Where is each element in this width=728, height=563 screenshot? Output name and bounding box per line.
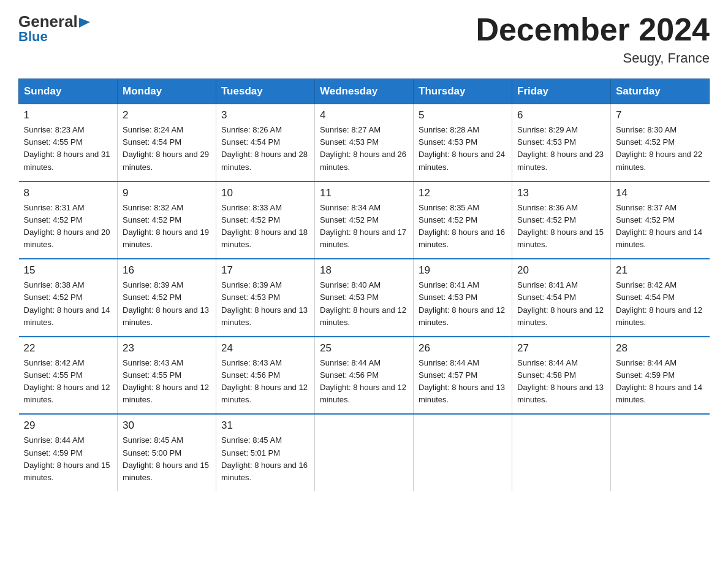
calendar-cell: 4 Sunrise: 8:27 AMSunset: 4:53 PMDayligh… [315, 104, 414, 182]
calendar-cell: 15 Sunrise: 8:38 AMSunset: 4:52 PMDaylig… [19, 259, 118, 337]
calendar-cell: 31 Sunrise: 8:45 AMSunset: 5:01 PMDaylig… [216, 414, 315, 491]
location: Seugy, France [476, 50, 710, 66]
day-info: Sunrise: 8:42 AMSunset: 4:55 PMDaylight:… [24, 358, 110, 404]
calendar-cell [512, 414, 611, 491]
day-info: Sunrise: 8:29 AMSunset: 4:53 PMDaylight:… [517, 125, 604, 171]
column-header-monday: Monday [118, 79, 216, 104]
calendar-table: SundayMondayTuesdayWednesdayThursdayFrid… [18, 79, 710, 491]
day-info: Sunrise: 8:45 AMSunset: 5:01 PMDaylight:… [221, 435, 308, 481]
day-info: Sunrise: 8:41 AMSunset: 4:53 PMDaylight:… [419, 280, 505, 326]
day-number: 2 [123, 109, 211, 121]
day-number: 26 [419, 342, 507, 354]
calendar-cell: 28 Sunrise: 8:44 AMSunset: 4:59 PMDaylig… [611, 337, 710, 415]
day-info: Sunrise: 8:45 AMSunset: 5:00 PMDaylight:… [123, 435, 209, 481]
day-number: 7 [616, 109, 705, 121]
day-number: 25 [320, 342, 408, 354]
calendar-cell: 11 Sunrise: 8:34 AMSunset: 4:52 PMDaylig… [315, 182, 414, 259]
logo-blue-part [78, 15, 91, 29]
calendar-cell: 13 Sunrise: 8:36 AMSunset: 4:52 PMDaylig… [512, 182, 611, 259]
day-info: Sunrise: 8:37 AMSunset: 4:52 PMDaylight:… [616, 203, 702, 249]
day-info: Sunrise: 8:43 AMSunset: 4:55 PMDaylight:… [123, 358, 209, 404]
day-number: 4 [320, 109, 408, 121]
day-number: 11 [320, 187, 408, 199]
day-number: 30 [123, 419, 211, 432]
column-header-tuesday: Tuesday [216, 79, 315, 104]
calendar-cell: 12 Sunrise: 8:35 AMSunset: 4:52 PMDaylig… [414, 182, 512, 259]
day-number: 5 [419, 109, 507, 121]
day-number: 21 [616, 264, 705, 277]
day-number: 8 [24, 187, 113, 199]
day-info: Sunrise: 8:41 AMSunset: 4:54 PMDaylight:… [517, 280, 604, 326]
day-info: Sunrise: 8:36 AMSunset: 4:52 PMDaylight:… [517, 203, 604, 249]
calendar-cell: 16 Sunrise: 8:39 AMSunset: 4:52 PMDaylig… [118, 259, 216, 337]
calendar-cell: 30 Sunrise: 8:45 AMSunset: 5:00 PMDaylig… [118, 414, 216, 491]
calendar-cell: 9 Sunrise: 8:32 AMSunset: 4:52 PMDayligh… [118, 182, 216, 259]
calendar-week-row: 15 Sunrise: 8:38 AMSunset: 4:52 PMDaylig… [19, 259, 710, 337]
calendar-cell: 5 Sunrise: 8:28 AMSunset: 4:53 PMDayligh… [414, 104, 512, 182]
day-info: Sunrise: 8:38 AMSunset: 4:52 PMDaylight:… [24, 280, 110, 326]
calendar-cell: 2 Sunrise: 8:24 AMSunset: 4:54 PMDayligh… [118, 104, 216, 182]
day-info: Sunrise: 8:32 AMSunset: 4:52 PMDaylight:… [123, 203, 209, 249]
calendar-cell [611, 414, 710, 491]
column-header-thursday: Thursday [414, 79, 512, 104]
day-number: 24 [221, 342, 309, 354]
calendar-week-row: 29 Sunrise: 8:44 AMSunset: 4:59 PMDaylig… [19, 414, 710, 491]
day-number: 1 [24, 109, 113, 121]
day-info: Sunrise: 8:44 AMSunset: 4:59 PMDaylight:… [24, 435, 110, 481]
calendar-cell: 22 Sunrise: 8:42 AMSunset: 4:55 PMDaylig… [19, 337, 118, 415]
day-number: 16 [123, 264, 211, 277]
day-info: Sunrise: 8:44 AMSunset: 4:56 PMDaylight:… [320, 358, 406, 404]
calendar-cell [315, 414, 414, 491]
calendar-cell: 25 Sunrise: 8:44 AMSunset: 4:56 PMDaylig… [315, 337, 414, 415]
calendar-cell: 27 Sunrise: 8:44 AMSunset: 4:58 PMDaylig… [512, 337, 611, 415]
calendar-cell: 24 Sunrise: 8:43 AMSunset: 4:56 PMDaylig… [216, 337, 315, 415]
day-number: 12 [419, 187, 507, 199]
day-number: 20 [517, 264, 605, 277]
day-info: Sunrise: 8:34 AMSunset: 4:52 PMDaylight:… [320, 203, 406, 249]
day-info: Sunrise: 8:28 AMSunset: 4:53 PMDaylight:… [419, 125, 505, 171]
day-number: 18 [320, 264, 408, 277]
calendar-cell: 20 Sunrise: 8:41 AMSunset: 4:54 PMDaylig… [512, 259, 611, 337]
day-number: 3 [221, 109, 309, 121]
column-header-wednesday: Wednesday [315, 79, 414, 104]
day-info: Sunrise: 8:42 AMSunset: 4:54 PMDaylight:… [616, 280, 702, 326]
calendar-cell: 7 Sunrise: 8:30 AMSunset: 4:52 PMDayligh… [611, 104, 710, 182]
column-header-friday: Friday [512, 79, 611, 104]
calendar-cell: 14 Sunrise: 8:37 AMSunset: 4:52 PMDaylig… [611, 182, 710, 259]
day-number: 10 [221, 187, 309, 199]
calendar-cell: 21 Sunrise: 8:42 AMSunset: 4:54 PMDaylig… [611, 259, 710, 337]
day-info: Sunrise: 8:44 AMSunset: 4:59 PMDaylight:… [616, 358, 702, 404]
page-header: General Blue December 2024 Seugy, France [18, 12, 710, 66]
day-number: 29 [24, 419, 113, 432]
calendar-cell: 19 Sunrise: 8:41 AMSunset: 4:53 PMDaylig… [414, 259, 512, 337]
svg-marker-0 [79, 18, 90, 28]
calendar-cell: 26 Sunrise: 8:44 AMSunset: 4:57 PMDaylig… [414, 337, 512, 415]
column-header-saturday: Saturday [611, 79, 710, 104]
day-info: Sunrise: 8:44 AMSunset: 4:58 PMDaylight:… [517, 358, 604, 404]
calendar-cell: 3 Sunrise: 8:26 AMSunset: 4:54 PMDayligh… [216, 104, 315, 182]
day-number: 17 [221, 264, 309, 277]
day-info: Sunrise: 8:31 AMSunset: 4:52 PMDaylight:… [24, 203, 110, 249]
day-info: Sunrise: 8:43 AMSunset: 4:56 PMDaylight:… [221, 358, 308, 404]
column-header-sunday: Sunday [19, 79, 118, 104]
day-info: Sunrise: 8:27 AMSunset: 4:53 PMDaylight:… [320, 125, 406, 171]
day-info: Sunrise: 8:40 AMSunset: 4:53 PMDaylight:… [320, 280, 406, 326]
calendar-cell: 29 Sunrise: 8:44 AMSunset: 4:59 PMDaylig… [19, 414, 118, 491]
day-info: Sunrise: 8:33 AMSunset: 4:52 PMDaylight:… [221, 203, 308, 249]
day-info: Sunrise: 8:39 AMSunset: 4:53 PMDaylight:… [221, 280, 308, 326]
day-number: 14 [616, 187, 705, 199]
calendar-week-row: 8 Sunrise: 8:31 AMSunset: 4:52 PMDayligh… [19, 182, 710, 259]
calendar-cell: 10 Sunrise: 8:33 AMSunset: 4:52 PMDaylig… [216, 182, 315, 259]
logo-blue-text: Blue [18, 29, 48, 45]
day-info: Sunrise: 8:44 AMSunset: 4:57 PMDaylight:… [419, 358, 505, 404]
calendar-cell: 18 Sunrise: 8:40 AMSunset: 4:53 PMDaylig… [315, 259, 414, 337]
day-number: 31 [221, 419, 309, 432]
calendar-week-row: 22 Sunrise: 8:42 AMSunset: 4:55 PMDaylig… [19, 337, 710, 415]
calendar-cell [414, 414, 512, 491]
day-number: 6 [517, 109, 605, 121]
logo: General Blue [18, 12, 91, 45]
calendar-cell: 8 Sunrise: 8:31 AMSunset: 4:52 PMDayligh… [19, 182, 118, 259]
day-number: 9 [123, 187, 211, 199]
calendar-cell: 1 Sunrise: 8:23 AMSunset: 4:55 PMDayligh… [19, 104, 118, 182]
month-title: December 2024 [476, 12, 710, 47]
